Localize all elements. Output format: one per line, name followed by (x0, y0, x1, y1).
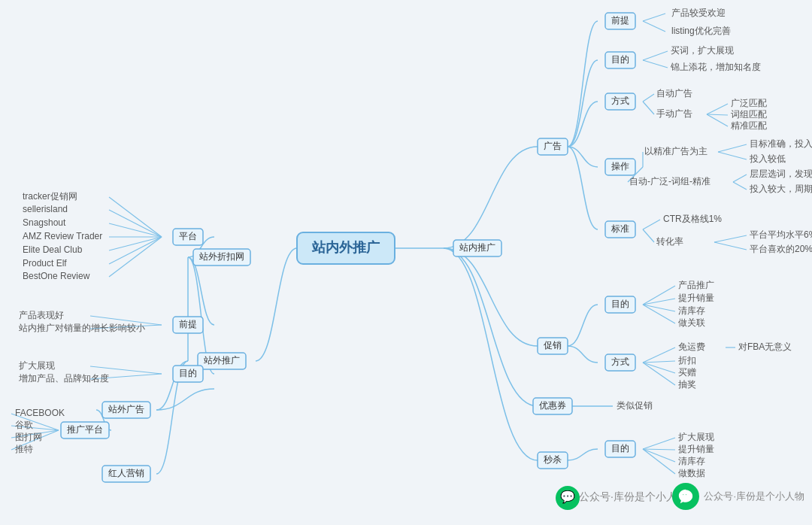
watermark-text: 公众号·库份是个小人物 (704, 490, 804, 503)
wechat-icon (672, 483, 699, 510)
watermark: 公众号·库份是个小人物 (672, 483, 804, 510)
